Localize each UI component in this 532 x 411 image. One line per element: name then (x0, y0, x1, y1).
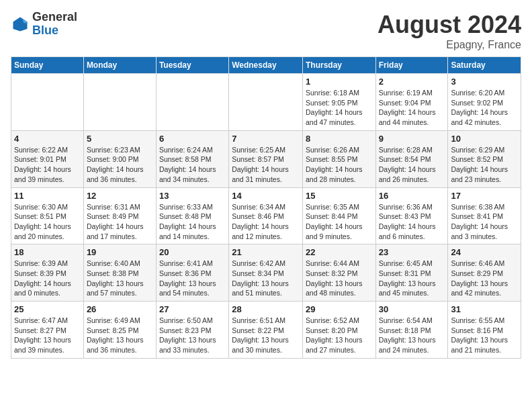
day-info: Sunrise: 6:19 AMSunset: 9:04 PMDaylight:… (379, 88, 445, 128)
day-number: 4 (14, 134, 81, 144)
calendar-cell: 19Sunrise: 6:40 AMSunset: 8:38 PMDayligh… (83, 244, 156, 302)
calendar-cell: 7Sunrise: 6:25 AMSunset: 8:57 PMDaylight… (229, 130, 303, 187)
calendar-cell: 3Sunrise: 6:20 AMSunset: 9:02 PMDaylight… (448, 74, 521, 131)
day-info: Sunrise: 6:40 AMSunset: 8:38 PMDaylight:… (87, 259, 153, 298)
week-row-1: 1Sunrise: 6:18 AMSunset: 9:05 PMDaylight… (11, 74, 521, 131)
calendar-cell (229, 74, 303, 131)
day-info: Sunrise: 6:22 AMSunset: 9:01 PMDaylight:… (14, 145, 81, 185)
day-number: 9 (379, 134, 445, 144)
day-number: 10 (451, 134, 518, 144)
day-number: 20 (159, 247, 226, 257)
weekday-sunday: Sunday (11, 57, 84, 74)
calendar-cell: 5Sunrise: 6:23 AMSunset: 9:00 PMDaylight… (83, 130, 156, 187)
day-info: Sunrise: 6:30 AMSunset: 8:51 PMDaylight:… (14, 202, 81, 242)
day-number: 18 (14, 247, 81, 257)
weekday-monday: Monday (83, 57, 156, 74)
calendar-cell: 2Sunrise: 6:19 AMSunset: 9:04 PMDaylight… (375, 74, 448, 131)
calendar-cell: 16Sunrise: 6:36 AMSunset: 8:43 PMDayligh… (375, 187, 448, 244)
day-number: 17 (451, 191, 518, 201)
logo: General Blue (11, 11, 77, 38)
day-number: 24 (451, 247, 518, 257)
calendar-cell: 29Sunrise: 6:52 AMSunset: 8:20 PMDayligh… (302, 302, 375, 359)
weekday-tuesday: Tuesday (156, 57, 228, 74)
weekday-thursday: Thursday (302, 57, 375, 74)
calendar-cell: 31Sunrise: 6:55 AMSunset: 8:16 PMDayligh… (448, 302, 521, 359)
day-number: 3 (451, 77, 518, 87)
day-info: Sunrise: 6:31 AMSunset: 8:49 PMDaylight:… (87, 202, 153, 242)
day-number: 13 (159, 191, 226, 201)
calendar-cell: 17Sunrise: 6:38 AMSunset: 8:41 PMDayligh… (448, 187, 521, 244)
day-info: Sunrise: 6:28 AMSunset: 8:54 PMDaylight:… (379, 145, 445, 185)
day-number: 2 (379, 77, 445, 87)
calendar-body: 1Sunrise: 6:18 AMSunset: 9:05 PMDaylight… (11, 74, 521, 359)
day-info: Sunrise: 6:35 AMSunset: 8:44 PMDaylight:… (306, 202, 373, 242)
day-info: Sunrise: 6:38 AMSunset: 8:41 PMDaylight:… (451, 202, 518, 242)
day-info: Sunrise: 6:52 AMSunset: 8:20 PMDaylight:… (306, 316, 373, 355)
calendar-cell: 1Sunrise: 6:18 AMSunset: 9:05 PMDaylight… (302, 74, 375, 131)
day-number: 27 (159, 304, 226, 314)
calendar-cell: 15Sunrise: 6:35 AMSunset: 8:44 PMDayligh… (302, 187, 375, 244)
weekday-friday: Friday (375, 57, 448, 74)
day-number: 6 (159, 134, 226, 144)
calendar-cell: 21Sunrise: 6:42 AMSunset: 8:34 PMDayligh… (229, 244, 303, 302)
day-info: Sunrise: 6:47 AMSunset: 8:27 PMDaylight:… (14, 316, 81, 355)
day-info: Sunrise: 6:24 AMSunset: 8:58 PMDaylight:… (159, 145, 226, 185)
day-number: 30 (379, 304, 445, 314)
week-row-3: 11Sunrise: 6:30 AMSunset: 8:51 PMDayligh… (11, 187, 521, 244)
svg-marker-0 (13, 17, 28, 31)
day-number: 16 (379, 191, 445, 201)
day-info: Sunrise: 6:36 AMSunset: 8:43 PMDaylight:… (379, 202, 445, 242)
day-number: 26 (87, 304, 153, 314)
calendar-cell: 11Sunrise: 6:30 AMSunset: 8:51 PMDayligh… (11, 187, 84, 244)
day-info: Sunrise: 6:55 AMSunset: 8:16 PMDaylight:… (451, 316, 518, 355)
day-info: Sunrise: 6:39 AMSunset: 8:39 PMDaylight:… (14, 259, 81, 298)
calendar-cell: 30Sunrise: 6:54 AMSunset: 8:18 PMDayligh… (375, 302, 448, 359)
weekday-header-row: SundayMondayTuesdayWednesdayThursdayFrid… (11, 57, 521, 74)
day-info: Sunrise: 6:34 AMSunset: 8:46 PMDaylight:… (232, 202, 300, 242)
day-info: Sunrise: 6:45 AMSunset: 8:31 PMDaylight:… (379, 259, 445, 298)
day-info: Sunrise: 6:41 AMSunset: 8:36 PMDaylight:… (159, 259, 226, 298)
day-number: 28 (232, 304, 300, 314)
day-info: Sunrise: 6:44 AMSunset: 8:32 PMDaylight:… (306, 259, 373, 298)
calendar-table: SundayMondayTuesdayWednesdayThursdayFrid… (11, 56, 521, 359)
day-number: 11 (14, 191, 81, 201)
calendar-cell (83, 74, 156, 131)
calendar-cell (11, 74, 84, 131)
day-info: Sunrise: 6:33 AMSunset: 8:48 PMDaylight:… (159, 202, 226, 242)
calendar-cell: 12Sunrise: 6:31 AMSunset: 8:49 PMDayligh… (83, 187, 156, 244)
day-info: Sunrise: 6:46 AMSunset: 8:29 PMDaylight:… (451, 259, 518, 298)
day-number: 5 (87, 134, 153, 144)
day-number: 7 (232, 134, 300, 144)
calendar-cell: 25Sunrise: 6:47 AMSunset: 8:27 PMDayligh… (11, 302, 84, 359)
day-number: 23 (379, 247, 445, 257)
day-number: 19 (87, 247, 153, 257)
day-info: Sunrise: 6:18 AMSunset: 9:05 PMDaylight:… (306, 88, 373, 128)
title-block: August 2024 Epagny, France (378, 11, 521, 51)
calendar-cell (156, 74, 228, 131)
weekday-saturday: Saturday (448, 57, 521, 74)
page-header: General Blue August 2024 Epagny, France (11, 11, 521, 51)
calendar-cell: 23Sunrise: 6:45 AMSunset: 8:31 PMDayligh… (375, 244, 448, 302)
day-info: Sunrise: 6:51 AMSunset: 8:22 PMDaylight:… (232, 316, 300, 355)
calendar-cell: 8Sunrise: 6:26 AMSunset: 8:55 PMDaylight… (302, 130, 375, 187)
calendar-cell: 24Sunrise: 6:46 AMSunset: 8:29 PMDayligh… (448, 244, 521, 302)
weekday-wednesday: Wednesday (229, 57, 303, 74)
week-row-5: 25Sunrise: 6:47 AMSunset: 8:27 PMDayligh… (11, 302, 521, 359)
day-number: 12 (87, 191, 153, 201)
calendar-cell: 26Sunrise: 6:49 AMSunset: 8:25 PMDayligh… (83, 302, 156, 359)
day-info: Sunrise: 6:29 AMSunset: 8:52 PMDaylight:… (451, 145, 518, 185)
logo-blue: Blue (32, 24, 77, 38)
day-number: 31 (451, 304, 518, 314)
calendar-cell: 28Sunrise: 6:51 AMSunset: 8:22 PMDayligh… (229, 302, 303, 359)
calendar-cell: 20Sunrise: 6:41 AMSunset: 8:36 PMDayligh… (156, 244, 228, 302)
day-number: 14 (232, 191, 300, 201)
calendar-cell: 22Sunrise: 6:44 AMSunset: 8:32 PMDayligh… (302, 244, 375, 302)
calendar-cell: 18Sunrise: 6:39 AMSunset: 8:39 PMDayligh… (11, 244, 84, 302)
day-number: 21 (232, 247, 300, 257)
logo-general: General (32, 11, 77, 24)
calendar-cell: 13Sunrise: 6:33 AMSunset: 8:48 PMDayligh… (156, 187, 228, 244)
day-number: 1 (306, 77, 373, 87)
day-info: Sunrise: 6:49 AMSunset: 8:25 PMDaylight:… (87, 316, 153, 355)
logo-icon (11, 15, 30, 34)
location: Epagny, France (378, 39, 521, 51)
